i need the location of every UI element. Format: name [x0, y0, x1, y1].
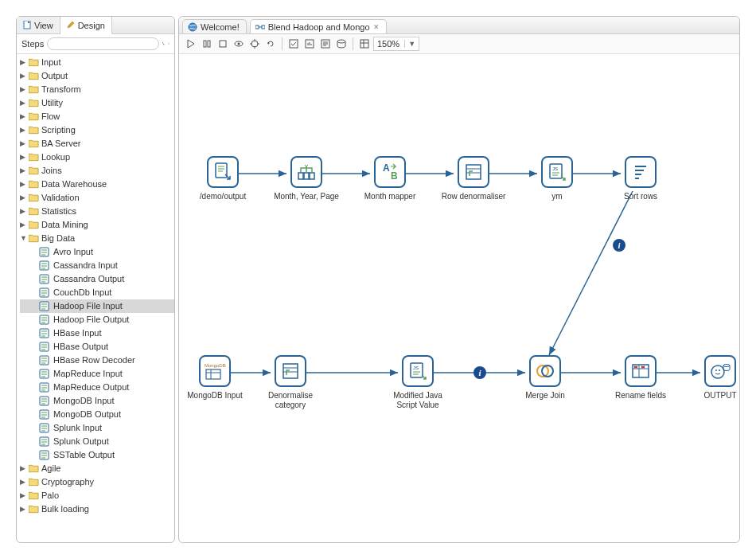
node-output[interactable]: OUTPUT: [684, 355, 739, 401]
svg-rect-84: [290, 40, 298, 48]
tree-step[interactable]: Splunk Input: [20, 421, 174, 435]
node-merge-join[interactable]: Merge Join: [509, 355, 581, 401]
close-icon[interactable]: ✕: [373, 23, 380, 31]
info-badge[interactable]: i: [613, 239, 625, 252]
tree-folder[interactable]: ▶Scripting: [20, 123, 174, 137]
svg-point-144: [723, 365, 730, 367]
steps-tree[interactable]: ▶Input▶Output▶Transform▶Utility▶Flow▶Scr…: [17, 54, 174, 542]
tree-step[interactable]: Cassandra Input: [20, 259, 174, 272]
preview-button[interactable]: [232, 37, 246, 51]
tab-blend-label: Blend Hadoop and Mongo: [268, 22, 370, 32]
pause-button[interactable]: [200, 37, 214, 51]
tree-folder[interactable]: ▶Palo: [20, 489, 174, 502]
svg-rect-71: [255, 25, 259, 29]
canvas[interactable]: i i /demo/output Month, Year, Page AB Mo…: [179, 54, 739, 542]
tree-folder[interactable]: ▶Agile: [20, 462, 174, 475]
chevron-down-icon: ▼: [404, 40, 415, 48]
svg-rect-74: [204, 41, 206, 47]
svg-rect-2: [164, 44, 165, 45]
tree-folder[interactable]: ▶Utility: [20, 96, 174, 110]
node-denormalise-category[interactable]: Denormalise category: [255, 355, 326, 410]
left-panel: View Design Steps ▶Input▶Output▶Transfor…: [16, 16, 175, 543]
node-rename-fields[interactable]: Rename fields: [605, 355, 676, 401]
node-month-year-page[interactable]: Month, Year, Page: [271, 156, 342, 201]
tree-folder[interactable]: ▶Data Warehouse: [20, 178, 174, 191]
tree-folder[interactable]: ▶Transform: [20, 83, 174, 96]
tree-step[interactable]: HBase Row Decoder: [20, 354, 174, 367]
steps-label: Steps: [21, 39, 44, 49]
tree-step[interactable]: MongoDB Input: [20, 394, 174, 408]
tree-step[interactable]: Hadoop File Output: [20, 313, 174, 326]
explore-button[interactable]: [334, 37, 349, 51]
svg-rect-109: [298, 173, 303, 179]
tree-folder[interactable]: ▶Joins: [20, 164, 174, 178]
tree-step[interactable]: HBase Output: [20, 340, 174, 354]
svg-point-143: [719, 369, 720, 371]
tab-design[interactable]: Design: [60, 17, 112, 34]
svg-point-142: [715, 369, 717, 371]
svg-text:A: A: [383, 162, 390, 174]
tree-step[interactable]: Avro Input: [20, 245, 174, 259]
info-badge[interactable]: i: [473, 366, 486, 379]
svg-rect-126: [206, 369, 220, 379]
tree-folder[interactable]: ▶Input: [20, 56, 174, 69]
svg-text:B: B: [391, 170, 398, 182]
node-mongodb-input[interactable]: MongoDB MongoDB Input: [179, 355, 251, 401]
replay-button[interactable]: [263, 37, 278, 51]
tree-folder[interactable]: ▶Data Mining: [20, 218, 174, 232]
tree-step[interactable]: MapReduce Input: [20, 367, 174, 381]
node-row-denormaliser[interactable]: Row denormaliser: [438, 156, 509, 201]
tree-step[interactable]: Hadoop File Input: [20, 299, 174, 313]
tree-step[interactable]: Splunk Output: [20, 435, 174, 448]
canvas-toolbar: 150% ▼: [179, 34, 739, 54]
tree-folder[interactable]: ▶Validation: [20, 191, 174, 205]
tree-folder[interactable]: ▶Lookup: [20, 150, 174, 164]
run-button[interactable]: [184, 37, 198, 51]
expand-all-icon[interactable]: [162, 39, 164, 49]
tree-step[interactable]: MongoDB Output: [20, 408, 174, 421]
tree-folder-bigdata[interactable]: ▼Big Data: [20, 232, 174, 245]
tree-folder[interactable]: ▶Flow: [20, 110, 174, 123]
sql-button[interactable]: [318, 37, 333, 51]
tree-folder[interactable]: ▶Statistics: [20, 205, 174, 218]
show-results-button[interactable]: [357, 37, 372, 51]
svg-point-70: [189, 23, 197, 31]
svg-rect-114: [466, 165, 481, 179]
node-demo-output[interactable]: /demo/output: [187, 156, 259, 201]
svg-rect-0: [24, 21, 30, 29]
svg-rect-111: [310, 173, 314, 179]
tree-step[interactable]: MapReduce Output: [20, 381, 174, 394]
tree-step[interactable]: CouchDb Input: [20, 286, 174, 299]
tab-design-label: Design: [78, 21, 105, 30]
tab-view[interactable]: View: [17, 17, 60, 33]
svg-rect-1: [162, 43, 163, 44]
node-month-mapper[interactable]: AB Month mapper: [354, 156, 426, 201]
svg-line-99: [549, 191, 633, 355]
svg-text:JS: JS: [413, 366, 419, 370]
svg-text:JS: JS: [552, 166, 558, 171]
impact-button[interactable]: [302, 37, 317, 51]
tree-folder[interactable]: ▶BA Server: [20, 137, 174, 150]
list-icon[interactable]: [168, 39, 170, 49]
tree-step[interactable]: Cassandra Output: [20, 272, 174, 286]
tab-blend[interactable]: Blend Hadoop and Mongo ✕: [250, 19, 387, 33]
zoom-select[interactable]: 150% ▼: [373, 37, 419, 51]
tree-step[interactable]: HBase Input: [20, 326, 174, 340]
tree-folder[interactable]: ▶Cryptography: [20, 475, 174, 489]
svg-rect-72: [262, 25, 265, 29]
node-sort-rows[interactable]: Sort rows: [605, 156, 676, 201]
node-modified-js[interactable]: JS Modified Java Script Value: [382, 355, 454, 410]
tab-view-label: View: [34, 21, 53, 30]
tab-welcome[interactable]: Welcome!: [182, 19, 247, 33]
search-input[interactable]: [47, 37, 159, 50]
tree-folder[interactable]: ▶Bulk loading: [20, 502, 174, 516]
debug-button[interactable]: [247, 37, 262, 51]
globe-icon: [188, 22, 197, 32]
node-ym[interactable]: JS ym: [521, 156, 593, 201]
stop-button[interactable]: [216, 37, 230, 51]
svg-text:MongoDB: MongoDB: [205, 363, 226, 368]
tree-step[interactable]: SSTable Output: [20, 448, 174, 462]
tree-folder[interactable]: ▶Output: [20, 69, 174, 83]
svg-rect-75: [208, 41, 210, 47]
verify-button[interactable]: [286, 37, 301, 51]
